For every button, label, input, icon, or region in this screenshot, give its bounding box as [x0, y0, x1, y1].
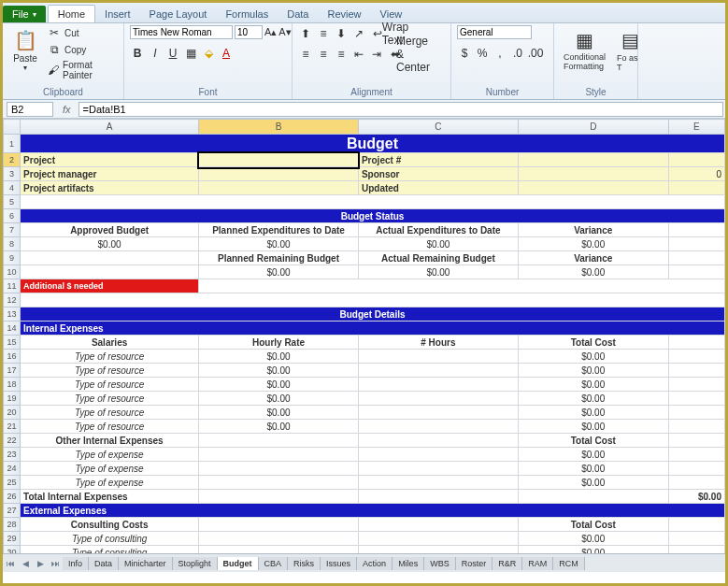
- sheet-tab[interactable]: Minicharter: [119, 557, 173, 570]
- sheet-tab[interactable]: Budget: [218, 557, 259, 570]
- spreadsheet-grid[interactable]: A B C D E 1Budget 2ProjectProject # 3Pro…: [3, 119, 725, 553]
- row-header[interactable]: 10: [4, 265, 21, 279]
- col-header-e[interactable]: E: [668, 120, 724, 135]
- sheet-tab[interactable]: Info: [63, 557, 89, 570]
- select-all-corner[interactable]: [4, 120, 21, 135]
- sheet-nav-prev[interactable]: ◀: [18, 559, 33, 568]
- font-family-select[interactable]: [130, 25, 233, 39]
- col-header-a[interactable]: A: [21, 120, 199, 135]
- sheet-nav-last[interactable]: ⏭: [48, 559, 63, 568]
- tab-file[interactable]: File▾: [3, 6, 46, 22]
- fill-color-button[interactable]: ⬙: [201, 46, 216, 61]
- sheet-tab[interactable]: Stoplight: [173, 557, 218, 570]
- font-color-button[interactable]: A: [219, 46, 234, 61]
- underline-button[interactable]: U: [165, 46, 180, 61]
- grow-font-icon[interactable]: A▴: [264, 26, 277, 38]
- row-header[interactable]: 4: [4, 181, 21, 195]
- sheet-tab[interactable]: Issues: [321, 557, 357, 570]
- comma-icon[interactable]: ,: [492, 46, 507, 61]
- sheet-tab[interactable]: RAM: [522, 557, 553, 570]
- col-header-c[interactable]: C: [358, 120, 518, 135]
- font-size-select[interactable]: [235, 25, 263, 39]
- tab-review[interactable]: Review: [318, 6, 370, 22]
- row-header[interactable]: 22: [4, 434, 21, 448]
- align-right-icon[interactable]: ≡: [334, 47, 349, 62]
- row-header[interactable]: 16: [4, 350, 21, 364]
- row-header[interactable]: 2: [4, 153, 21, 167]
- copy-button[interactable]: ⧉Copy: [46, 42, 118, 57]
- row-header[interactable]: 8: [4, 237, 21, 251]
- indent-inc-icon[interactable]: ⇥: [369, 47, 384, 62]
- italic-button[interactable]: I: [148, 46, 163, 61]
- row-header[interactable]: 20: [4, 406, 21, 420]
- tab-insert[interactable]: Insert: [95, 6, 140, 22]
- indent-dec-icon[interactable]: ⇤: [351, 47, 366, 62]
- tab-data[interactable]: Data: [278, 6, 318, 22]
- border-button[interactable]: ▦: [183, 46, 198, 61]
- row-header[interactable]: 18: [4, 378, 21, 392]
- orientation-icon[interactable]: ↗: [351, 26, 366, 41]
- row-header[interactable]: 28: [4, 518, 21, 532]
- col-header-b[interactable]: B: [199, 120, 359, 135]
- row-header[interactable]: 26: [4, 490, 21, 504]
- col-header-d[interactable]: D: [518, 120, 668, 135]
- row-header[interactable]: 14: [4, 322, 21, 336]
- active-cell[interactable]: [199, 153, 359, 167]
- align-center-icon[interactable]: ≡: [316, 47, 331, 62]
- align-bottom-icon[interactable]: ⬇: [334, 26, 349, 41]
- name-box[interactable]: [7, 102, 53, 117]
- tab-page-layout[interactable]: Page Layout: [140, 6, 217, 22]
- row-header[interactable]: 25: [4, 476, 21, 490]
- sheet-tab[interactable]: Action: [357, 557, 393, 570]
- conditional-formatting-button[interactable]: ▦ Conditional Formatting: [560, 25, 609, 74]
- fx-button[interactable]: fx: [57, 104, 77, 115]
- align-left-icon[interactable]: ≡: [298, 47, 313, 62]
- inc-decimal-icon[interactable]: .0: [510, 46, 525, 61]
- sheet-tab[interactable]: Risks: [288, 557, 321, 570]
- format-painter-button[interactable]: 🖌Format Painter: [46, 59, 118, 81]
- sheet-tab[interactable]: Data: [89, 557, 119, 570]
- sheet-tab[interactable]: CBA: [259, 557, 289, 570]
- dec-decimal-icon[interactable]: .00: [528, 46, 543, 61]
- percent-icon[interactable]: %: [475, 46, 490, 61]
- row-header[interactable]: 30: [4, 546, 21, 554]
- sheet-tab[interactable]: RCM: [553, 557, 585, 570]
- row-header[interactable]: 24: [4, 462, 21, 476]
- row-header[interactable]: 9: [4, 251, 21, 265]
- sheet-nav-first[interactable]: ⏮: [3, 559, 18, 568]
- ribbon: 📋 Paste ▾ ✂Cut ⧉Copy 🖌Format Painter Cli…: [3, 23, 725, 100]
- merge-center-button[interactable]: ⬌Merge & Center: [387, 46, 422, 63]
- row-header[interactable]: 12: [4, 293, 21, 307]
- tab-home[interactable]: Home: [48, 5, 95, 22]
- row-header[interactable]: 1: [4, 135, 21, 153]
- sheet-nav-next[interactable]: ▶: [33, 559, 48, 568]
- number-format-select[interactable]: [457, 25, 532, 39]
- formula-input[interactable]: [79, 102, 723, 117]
- bold-button[interactable]: B: [130, 46, 145, 61]
- format-as-table-button[interactable]: ▤ Fo as T: [613, 25, 647, 74]
- row-header[interactable]: 13: [4, 307, 21, 322]
- row-header[interactable]: 23: [4, 448, 21, 462]
- row-header[interactable]: 21: [4, 420, 21, 434]
- row-header[interactable]: 7: [4, 223, 21, 237]
- shrink-font-icon[interactable]: A▾: [278, 26, 291, 38]
- paste-button[interactable]: 📋 Paste ▾: [8, 25, 42, 74]
- sheet-tab[interactable]: Roster: [456, 557, 493, 570]
- align-top-icon[interactable]: ⬆: [298, 26, 313, 41]
- cut-button[interactable]: ✂Cut: [46, 25, 118, 40]
- row-header[interactable]: 15: [4, 336, 21, 350]
- row-header[interactable]: 27: [4, 504, 21, 518]
- tab-formulas[interactable]: Formulas: [216, 6, 278, 22]
- row-header[interactable]: 19: [4, 392, 21, 406]
- row-header[interactable]: 11: [4, 279, 21, 293]
- currency-icon[interactable]: $: [457, 46, 472, 61]
- row-header[interactable]: 3: [4, 167, 21, 181]
- align-middle-icon[interactable]: ≡: [316, 26, 331, 41]
- row-header[interactable]: 17: [4, 364, 21, 378]
- sheet-tab[interactable]: WBS: [424, 557, 456, 570]
- row-header[interactable]: 5: [4, 195, 21, 209]
- sheet-tab[interactable]: R&R: [492, 557, 522, 570]
- sheet-tab[interactable]: Miles: [393, 557, 424, 570]
- row-header[interactable]: 6: [4, 209, 21, 223]
- row-header[interactable]: 29: [4, 532, 21, 546]
